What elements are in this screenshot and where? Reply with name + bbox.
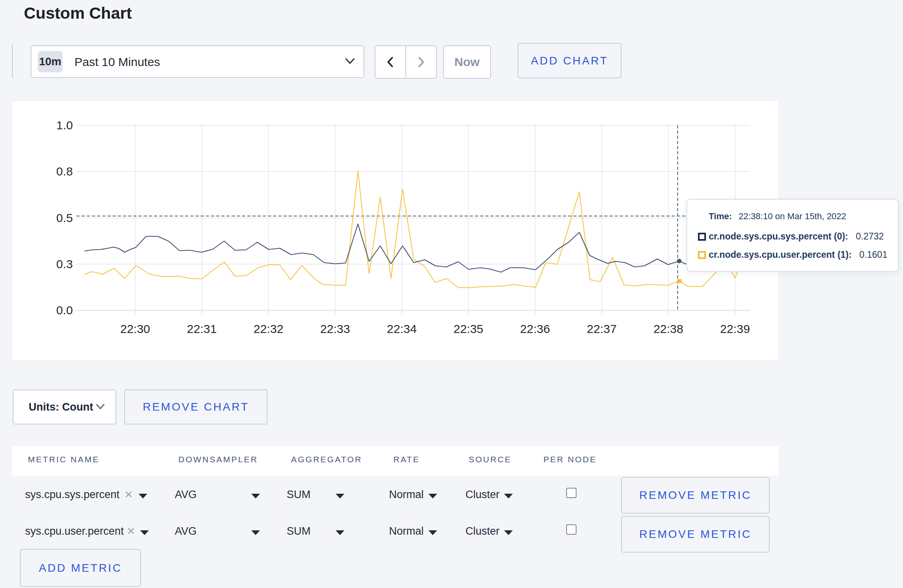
svg-text:22:35: 22:35 xyxy=(453,322,483,335)
svg-text:22:33: 22:33 xyxy=(320,322,350,335)
svg-text:22:36: 22:36 xyxy=(520,322,550,335)
svg-text:1.0: 1.0 xyxy=(56,119,73,132)
svg-text:0.0: 0.0 xyxy=(56,304,73,317)
svg-text:0.3: 0.3 xyxy=(56,257,73,271)
svg-text:0.5: 0.5 xyxy=(56,211,73,224)
svg-text:22:31: 22:31 xyxy=(187,322,217,335)
svg-text:0.8: 0.8 xyxy=(56,165,73,178)
svg-text:22:37: 22:37 xyxy=(587,322,617,335)
svg-text:22:38: 22:38 xyxy=(653,322,683,335)
svg-text:22:30: 22:30 xyxy=(120,322,150,335)
svg-text:22:39: 22:39 xyxy=(720,322,750,335)
svg-text:22:34: 22:34 xyxy=(387,322,417,335)
svg-text:22:32: 22:32 xyxy=(254,322,283,335)
